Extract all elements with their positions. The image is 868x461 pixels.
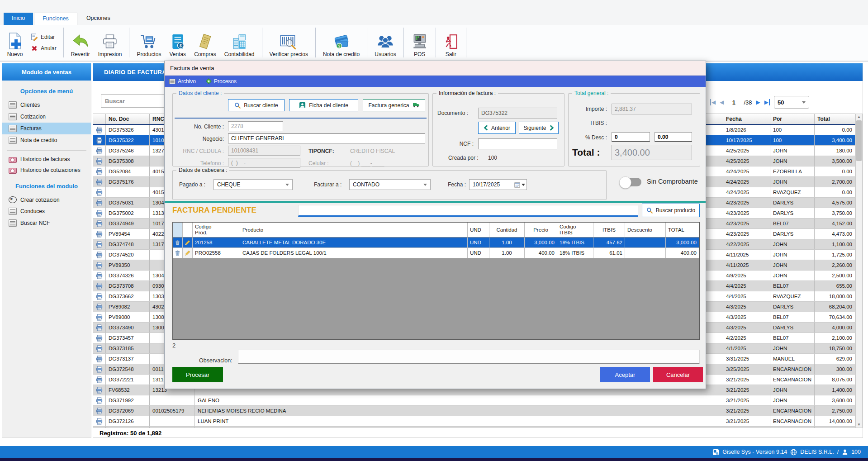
print-icon[interactable] <box>93 364 106 374</box>
toggle-knob[interactable] <box>619 176 631 189</box>
scroll-up-icon[interactable]: ▲ <box>856 114 862 120</box>
trash-icon[interactable] <box>173 238 183 247</box>
edit-pencil-icon[interactable] <box>183 238 193 247</box>
print-icon[interactable] <box>93 354 106 364</box>
compras-button[interactable]: Compras <box>190 25 220 60</box>
sidebar-item[interactable]: Facturas <box>2 123 91 134</box>
sidebar-item[interactable]: Clientes <box>2 99 91 111</box>
header-total[interactable]: TOTAL <box>666 223 699 237</box>
sin-comprobante-toggle[interactable] <box>621 178 641 186</box>
print-icon[interactable] <box>93 395 106 405</box>
edit-pencil-icon[interactable] <box>183 248 193 258</box>
editar-button[interactable]: Editar <box>31 33 57 41</box>
verificar-precios-button[interactable]: Verificar precios <box>266 25 312 60</box>
print-icon[interactable] <box>93 291 106 301</box>
header-fecha[interactable]: Fecha <box>723 114 770 124</box>
sidebar-item[interactable]: Historico de facturas <box>2 154 91 165</box>
sidebar-item[interactable]: Crear cotizacion <box>2 194 91 205</box>
print-icon[interactable] <box>93 323 106 333</box>
ncf-field[interactable] <box>478 138 557 149</box>
header-por[interactable]: Por <box>770 114 815 124</box>
print-icon[interactable] <box>93 229 106 239</box>
procesar-button[interactable]: Procesar <box>172 367 223 382</box>
impresion-button[interactable]: Impresion <box>94 25 126 60</box>
print-icon[interactable] <box>93 146 106 156</box>
print-icon[interactable] <box>93 125 106 135</box>
anular-button[interactable]: Anular <box>31 45 57 52</box>
revertir-button[interactable]: Revertir <box>67 25 94 60</box>
print-icon[interactable] <box>93 219 106 228</box>
aceptar-button[interactable]: Aceptar <box>600 367 650 382</box>
print-icon[interactable] <box>93 177 106 187</box>
desc-monto-field[interactable] <box>655 132 692 142</box>
print-icon[interactable] <box>93 281 106 291</box>
print-icon[interactable] <box>93 135 106 145</box>
header-total[interactable]: Total <box>815 114 855 124</box>
desc-pct-field[interactable] <box>612 132 650 142</box>
header-no-doc[interactable]: No. Doc <box>106 114 150 124</box>
product-row[interactable]: 201258 CABALLETE METAL DORADO 30E UND 1.… <box>173 238 699 248</box>
salir-button[interactable]: Salir <box>439 25 463 60</box>
print-icon[interactable] <box>93 198 106 208</box>
print-icon[interactable] <box>93 239 106 249</box>
header-producto[interactable]: Producto <box>240 223 468 237</box>
sidebar-item[interactable]: Buscar NCF <box>2 217 91 229</box>
product-row[interactable]: PRO02558 CAJAS DE FOLDERS LEGAL 100/1 UN… <box>173 248 699 258</box>
table-row[interactable]: DG372069 00102505179 NEHEMIAS MOISES REC… <box>93 406 855 416</box>
buscar-cliente-button[interactable]: Buscar cliente <box>228 99 285 111</box>
rnc-cedula-field[interactable] <box>228 146 300 156</box>
sidebar-item[interactable]: Historico de cotizaciones <box>2 165 91 176</box>
header-itbis[interactable]: ITBIS <box>593 223 625 237</box>
print-icon[interactable] <box>93 427 106 428</box>
cancelar-button[interactable]: Cancelar <box>653 367 703 382</box>
header-descuento[interactable]: Descuento <box>625 223 666 237</box>
telefono-field[interactable] <box>228 158 300 168</box>
anterior-button[interactable]: Anterior <box>478 122 516 134</box>
table-row[interactable]: DG372126 LUAN PRINT 3/21/2025 ENCARNACIO… <box>93 416 855 427</box>
header-und[interactable]: UND <box>468 223 489 237</box>
print-icon[interactable] <box>93 208 106 218</box>
print-icon[interactable] <box>93 260 106 270</box>
product-search-input[interactable] <box>298 205 638 217</box>
pos-button[interactable]: POS <box>407 25 432 60</box>
print-icon[interactable] <box>93 166 106 176</box>
sidebar-item[interactable]: Nota de credito <box>2 134 91 146</box>
header-codigo[interactable]: Codigo Prod. <box>193 223 240 237</box>
print-icon[interactable] <box>93 302 106 312</box>
scroll-down-icon[interactable]: ▼ <box>856 422 862 428</box>
buscar-producto-button[interactable]: Buscar producto <box>642 204 700 217</box>
print-icon[interactable] <box>93 333 106 343</box>
next-page-icon[interactable]: ▶ <box>756 99 760 105</box>
siguiente-button[interactable]: Siguiente <box>519 122 559 134</box>
observacion-field[interactable] <box>238 350 700 364</box>
tab-opciones[interactable]: Opciones <box>78 13 119 25</box>
print-icon[interactable] <box>93 156 106 166</box>
tab-inicio[interactable]: Inicio <box>4 13 33 25</box>
negocio-field[interactable] <box>228 133 425 143</box>
sidebar-item[interactable]: Conduces <box>2 205 91 217</box>
nota-credito-button[interactable]: $ Nota de credito <box>319 25 364 60</box>
table-row[interactable]: DG371931 131489852 YEF LID SUPLIDORES SR… <box>93 427 855 428</box>
print-icon[interactable] <box>93 187 106 197</box>
prev-page-icon[interactable]: ◀ <box>720 99 724 105</box>
menu-procesos[interactable]: Procesos <box>206 78 237 85</box>
print-icon[interactable] <box>93 416 106 426</box>
vertical-scrollbar[interactable]: ▲ ▼ <box>855 114 863 428</box>
factura-generica-button[interactable]: Factura generica <box>363 99 425 111</box>
trash-icon[interactable] <box>173 248 183 258</box>
print-icon[interactable] <box>93 385 106 395</box>
calendar-dropdown[interactable] <box>514 182 525 188</box>
tab-funciones[interactable]: Funciones <box>34 13 77 25</box>
print-icon[interactable] <box>93 312 106 322</box>
nuevo-button[interactable]: Nuevo <box>3 25 27 60</box>
total-field[interactable] <box>612 145 692 160</box>
menu-archivo[interactable]: Archivo <box>169 78 196 85</box>
usuarios-button[interactable]: Usuarios <box>370 25 400 60</box>
print-icon[interactable] <box>93 343 106 353</box>
importe-field[interactable] <box>612 104 692 114</box>
sidebar-item[interactable]: Cotizacion <box>2 111 91 123</box>
header-codigo-itbis[interactable]: Codigo ITBIS <box>557 223 593 237</box>
print-icon[interactable] <box>93 271 106 280</box>
ficha-cliente-button[interactable]: Ficha del cliente <box>289 99 358 111</box>
scrollbar-thumb[interactable] <box>856 120 862 161</box>
